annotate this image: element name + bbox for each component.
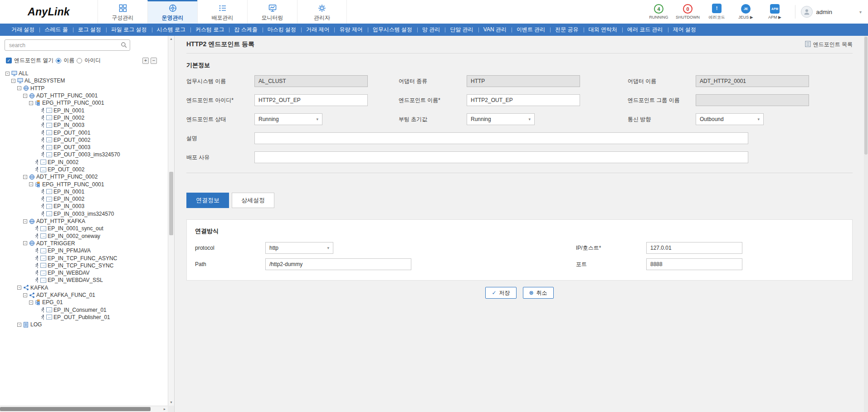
tree-collapse-icon[interactable]: - — [23, 219, 27, 223]
tree-node[interactable]: -ADT_KAFKA_FUNC_01 — [5, 291, 174, 299]
menubar-item[interactable]: 파일 로그 설정 — [106, 26, 152, 34]
menubar-item[interactable]: 에러 코드 관리 — [622, 26, 668, 34]
tree-node[interactable]: →EP_IN_0002 — [5, 159, 174, 166]
tab-advanced-settings[interactable]: 상세설정 — [232, 193, 274, 208]
tree-collapse-icon[interactable]: - — [23, 293, 27, 297]
save-button[interactable]: ✓ 저장 — [485, 287, 516, 299]
tree-node[interactable]: -EPG_HTTP_FUNC_0001 — [5, 99, 174, 107]
tree-node[interactable]: ↔EP_OUT_0002 — [5, 136, 174, 144]
tab-monitoring[interactable]: 모니터링 — [247, 0, 297, 24]
endpoint-status-select[interactable]: Running ▾ — [254, 113, 322, 125]
menubar-item[interactable]: 거래 제어 — [301, 26, 334, 34]
tree-node[interactable]: -LOG — [5, 321, 174, 328]
menubar-item[interactable]: 전문 공유 — [550, 26, 583, 34]
ip-host-input[interactable] — [646, 242, 742, 254]
tree-node[interactable]: →EP_IN_0002 — [5, 114, 174, 121]
radio-by-id-label[interactable]: 아이디 — [84, 57, 101, 64]
tree-collapse-icon[interactable]: - — [29, 182, 33, 186]
path-input[interactable] — [265, 258, 411, 270]
menubar-item[interactable]: 마스킹 설정 — [263, 26, 301, 34]
radio-by-name[interactable] — [56, 58, 61, 63]
menubar-item[interactable]: 거래 설정 — [6, 26, 39, 34]
tree-node[interactable]: -ADT_HTTP_FUNC_0002 — [5, 173, 174, 180]
tree-collapse-icon[interactable]: - — [29, 301, 33, 305]
search-icon[interactable] — [121, 42, 127, 49]
expand-all-button[interactable]: + — [142, 58, 149, 64]
running-status[interactable]: 4 RUNNING — [644, 4, 673, 19]
tree-node[interactable]: -AL_BIZSYSTEM — [5, 77, 174, 84]
tab-deploy[interactable]: 배포관리 — [197, 0, 247, 24]
jeus-button[interactable]: JE JEUS ▶ — [731, 4, 761, 19]
tree-node[interactable]: →EP_IN_0003 — [5, 121, 174, 129]
tree-collapse-icon[interactable]: - — [23, 94, 27, 98]
horizontal-scrollbar-thumb[interactable] — [0, 407, 151, 411]
menubar-item[interactable]: 잡 스케줄 — [229, 26, 262, 34]
tree-node[interactable]: -ADT_HTTP_KAFKA — [5, 218, 174, 225]
description-input[interactable] — [254, 132, 748, 144]
endpoint-name-input[interactable] — [467, 94, 580, 106]
menubar-item[interactable]: 시스템 로그 — [152, 26, 190, 34]
menubar-item[interactable]: 로그 설정 — [73, 26, 106, 34]
tree-node[interactable]: ↔EP_OUT_0003 — [5, 144, 174, 151]
tree-collapse-icon[interactable]: - — [17, 286, 21, 290]
boot-init-select[interactable]: Running ▾ — [467, 113, 535, 125]
tree-node[interactable]: -EPG_01 — [5, 299, 174, 306]
tree-node[interactable]: -ADT_TRIGGER — [5, 240, 174, 247]
tree-node[interactable]: →EP_IN_WEBDAV_SSL — [5, 276, 174, 284]
error-code-button[interactable]: ! 에러코드 — [702, 4, 731, 20]
shutdown-status[interactable]: 0 SHUTDOWN — [673, 4, 702, 19]
menubar-item[interactable]: 이벤트 관리 — [512, 26, 550, 34]
user-chevron-down-icon[interactable]: ▾ — [859, 10, 862, 15]
tree-collapse-icon[interactable]: - — [23, 241, 27, 245]
tree-node[interactable]: ↔EP_OUT_0001 — [5, 129, 174, 136]
tree-collapse-icon[interactable]: - — [11, 79, 15, 83]
tree-node[interactable]: →EP_IN_TCP_FUNC_SYNC — [5, 262, 174, 269]
tree-node[interactable]: ↔EP_OUT_Publisher_01 — [5, 314, 174, 321]
tree-node[interactable]: -EPG_HTTP_FUNC_0001 — [5, 180, 174, 188]
comm-direction-select[interactable]: Outbound ▾ — [696, 113, 764, 125]
collapse-all-button[interactable]: − — [151, 58, 157, 64]
tree-collapse-icon[interactable]: - — [17, 86, 21, 90]
tree-node[interactable]: -ALL — [5, 70, 174, 77]
tree-node[interactable]: →EP_IN_PFMJAVA — [5, 247, 174, 254]
tree-node[interactable]: →EP_IN_0001 — [5, 188, 174, 195]
tab-connection-info[interactable]: 연결정보 — [186, 193, 229, 208]
radio-by-name-label[interactable]: 이름 — [63, 57, 74, 64]
protocol-select[interactable]: http ▾ — [265, 242, 333, 254]
radio-by-id[interactable] — [77, 58, 82, 63]
cancel-button[interactable]: ⊗ 취소 — [523, 287, 554, 299]
tree-node[interactable]: →EP_IN_0002 — [5, 195, 174, 203]
endpoint-id-input[interactable] — [254, 94, 368, 106]
tab-operations[interactable]: 운영관리 — [147, 0, 197, 24]
tree-collapse-icon[interactable]: - — [29, 101, 33, 105]
tree-node[interactable]: →EP_IN_0001 — [5, 107, 174, 114]
tree-node[interactable]: -ADT_HTTP_FUNC_0001 — [5, 92, 174, 99]
tree-node[interactable]: →EP_IN_0003_ims324570 — [5, 210, 174, 218]
menubar-item[interactable]: 망 관리 — [417, 26, 445, 34]
tree-node[interactable]: ↔EP_OUT_0003_ims324570 — [5, 151, 174, 158]
tree-node[interactable]: →EP_IN_0001_sync_out — [5, 225, 174, 232]
menubar-item[interactable]: 스레드 풀 — [39, 26, 73, 34]
tree-node[interactable]: →EP_IN_Consumer_01 — [5, 306, 174, 314]
tab-admin[interactable]: 관리자 — [297, 0, 347, 24]
apm-button[interactable]: APM APM ▶ — [761, 4, 790, 19]
menubar-item[interactable]: 커스텀 로그 — [190, 26, 229, 34]
tree-node[interactable]: -HTTP — [5, 85, 174, 92]
tree-node[interactable]: →EP_IN_TCP_FUNC_ASYNC — [5, 254, 174, 262]
tree-node[interactable]: ↔EP_OUT_0002 — [5, 166, 174, 173]
scroll-right-icon[interactable]: ► — [161, 406, 168, 412]
port-input[interactable] — [646, 258, 742, 270]
menubar-item[interactable]: 업무시스템 설정 — [368, 26, 417, 34]
endpoint-list-link[interactable]: 엔드포인트 목록 — [805, 41, 853, 48]
tree-collapse-icon[interactable]: - — [5, 72, 10, 76]
menubar-item[interactable]: 단말 관리 — [445, 26, 478, 34]
open-endpoint-checkbox[interactable]: ✓ — [6, 58, 12, 63]
menubar-item[interactable]: 대외 연락처 — [584, 26, 622, 34]
search-input[interactable] — [5, 39, 130, 51]
scroll-down-icon[interactable]: ▼ — [168, 399, 174, 406]
tree-node[interactable]: -KAFKA — [5, 284, 174, 291]
menubar-item[interactable]: 유량 제어 — [334, 26, 367, 34]
scroll-up-icon[interactable]: ▲ — [168, 36, 174, 42]
menubar-item[interactable]: VAN 관리 — [478, 26, 512, 34]
page-scrollbar-thumb[interactable] — [864, 37, 868, 155]
